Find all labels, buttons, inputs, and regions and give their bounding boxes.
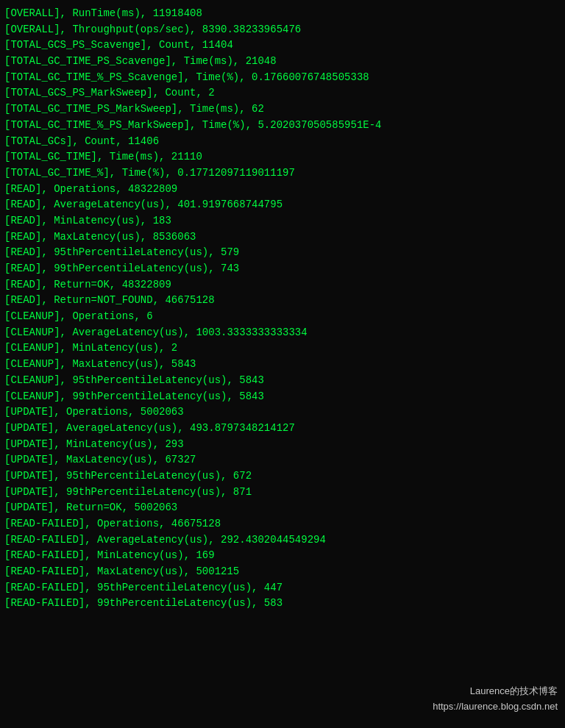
terminal-line: [TOTAL_GC_TIME], Time(ms), 21110 <box>4 149 561 165</box>
terminal-line: [CLEANUP], 99thPercentileLatency(us), 58… <box>4 389 561 405</box>
terminal-line: [CLEANUP], MinLatency(us), 2 <box>4 340 561 357</box>
terminal-line: [READ-FAILED], 95thPercentileLatency(us)… <box>4 580 561 596</box>
terminal-line: [UPDATE], 95thPercentileLatency(us), 672 <box>4 468 561 485</box>
terminal-line: [READ-FAILED], MinLatency(us), 169 <box>4 548 561 564</box>
watermark-line2: https://laurence.blog.csdn.net <box>433 699 558 715</box>
terminal-line: [TOTAL_GC_TIME_%_PS_MarkSweep], Time(%),… <box>4 118 561 134</box>
terminal-line: [UPDATE], Operations, 5002063 <box>4 404 561 421</box>
terminal-line: [TOTAL_GC_TIME_PS_MarkSweep], Time(ms), … <box>4 101 561 118</box>
terminal-line: [TOTAL_GCS_PS_MarkSweep], Count, 2 <box>4 85 561 101</box>
terminal-line: [OVERALL], Throughput(ops/sec), 8390.382… <box>4 22 561 38</box>
watermark: Laurence的技术博客 https://laurence.blog.csdn… <box>433 684 558 715</box>
terminal-line: [TOTAL_GC_TIME_%], Time(%), 0.1771209711… <box>4 165 561 182</box>
terminal-line: [TOTAL_GC_TIME_PS_Scavenge], Time(ms), 2… <box>4 54 561 70</box>
terminal-line: [UPDATE], Return=OK, 5002063 <box>4 500 561 516</box>
terminal-line: [UPDATE], MaxLatency(us), 67327 <box>4 452 561 468</box>
terminal-output: [OVERALL], RunTime(ms), 11918408[OVERALL… <box>4 6 561 612</box>
terminal-line: [READ], MinLatency(us), 183 <box>4 213 561 229</box>
terminal-line: [OVERALL], RunTime(ms), 11918408 <box>4 6 561 22</box>
watermark-line1: Laurence的技术博客 <box>433 684 558 699</box>
terminal-line: [READ], Operations, 48322809 <box>4 182 561 198</box>
terminal-line: [TOTAL_GCs], Count, 11406 <box>4 134 561 150</box>
terminal-line: [CLEANUP], 95thPercentileLatency(us), 58… <box>4 373 561 389</box>
terminal-line: [UPDATE], MinLatency(us), 293 <box>4 437 561 453</box>
terminal-line: [READ], Return=OK, 48322809 <box>4 277 561 293</box>
terminal-line: [READ-FAILED], Operations, 46675128 <box>4 516 561 532</box>
terminal-line: [TOTAL_GCS_PS_Scavenge], Count, 11404 <box>4 38 561 54</box>
terminal-line: [READ], AverageLatency(us), 401.91976687… <box>4 197 561 213</box>
terminal-line: [UPDATE], AverageLatency(us), 493.879734… <box>4 421 561 437</box>
terminal-line: [READ-FAILED], MaxLatency(us), 5001215 <box>4 564 561 580</box>
terminal-line: [TOTAL_GC_TIME_%_PS_Scavenge], Time(%), … <box>4 70 561 86</box>
terminal-line: [READ], MaxLatency(us), 8536063 <box>4 229 561 246</box>
terminal-line: [READ], Return=NOT_FOUND, 46675128 <box>4 293 561 309</box>
terminal-line: [CLEANUP], AverageLatency(us), 1003.3333… <box>4 325 561 341</box>
terminal-line: [READ], 99thPercentileLatency(us), 743 <box>4 261 561 277</box>
terminal-line: [READ-FAILED], 99thPercentileLatency(us)… <box>4 596 561 612</box>
terminal-line: [CLEANUP], MaxLatency(us), 5843 <box>4 357 561 373</box>
terminal-line: [READ-FAILED], AverageLatency(us), 292.4… <box>4 532 561 549</box>
terminal-line: [READ], 95thPercentileLatency(us), 579 <box>4 245 561 261</box>
terminal-line: [UPDATE], 99thPercentileLatency(us), 871 <box>4 485 561 501</box>
terminal-line: [CLEANUP], Operations, 6 <box>4 309 561 325</box>
